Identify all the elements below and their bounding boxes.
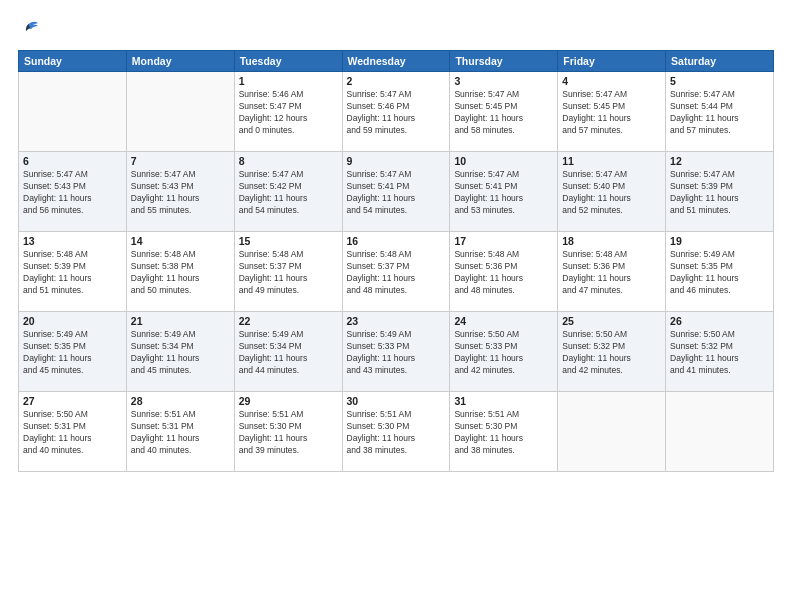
day-number: 6	[23, 155, 122, 167]
day-info: Sunrise: 5:49 AM Sunset: 5:34 PM Dayligh…	[239, 329, 338, 377]
calendar-cell: 30Sunrise: 5:51 AM Sunset: 5:30 PM Dayli…	[342, 392, 450, 472]
day-number: 22	[239, 315, 338, 327]
calendar-cell: 16Sunrise: 5:48 AM Sunset: 5:37 PM Dayli…	[342, 232, 450, 312]
day-number: 1	[239, 75, 338, 87]
weekday-header: Saturday	[666, 51, 774, 72]
weekday-header: Wednesday	[342, 51, 450, 72]
page: SundayMondayTuesdayWednesdayThursdayFrid…	[0, 0, 792, 612]
day-number: 31	[454, 395, 553, 407]
day-number: 29	[239, 395, 338, 407]
calendar-cell	[126, 72, 234, 152]
calendar-week-row: 6Sunrise: 5:47 AM Sunset: 5:43 PM Daylig…	[19, 152, 774, 232]
calendar-cell: 24Sunrise: 5:50 AM Sunset: 5:33 PM Dayli…	[450, 312, 558, 392]
day-info: Sunrise: 5:47 AM Sunset: 5:41 PM Dayligh…	[454, 169, 553, 217]
day-info: Sunrise: 5:47 AM Sunset: 5:45 PM Dayligh…	[562, 89, 661, 137]
logo	[18, 18, 44, 40]
day-info: Sunrise: 5:46 AM Sunset: 5:47 PM Dayligh…	[239, 89, 338, 137]
calendar-cell: 14Sunrise: 5:48 AM Sunset: 5:38 PM Dayli…	[126, 232, 234, 312]
day-info: Sunrise: 5:47 AM Sunset: 5:44 PM Dayligh…	[670, 89, 769, 137]
day-info: Sunrise: 5:50 AM Sunset: 5:31 PM Dayligh…	[23, 409, 122, 457]
day-info: Sunrise: 5:51 AM Sunset: 5:30 PM Dayligh…	[347, 409, 446, 457]
calendar-cell	[19, 72, 127, 152]
calendar-header-row: SundayMondayTuesdayWednesdayThursdayFrid…	[19, 51, 774, 72]
day-info: Sunrise: 5:47 AM Sunset: 5:39 PM Dayligh…	[670, 169, 769, 217]
day-number: 7	[131, 155, 230, 167]
calendar-cell: 28Sunrise: 5:51 AM Sunset: 5:31 PM Dayli…	[126, 392, 234, 472]
weekday-header: Friday	[558, 51, 666, 72]
calendar-cell: 20Sunrise: 5:49 AM Sunset: 5:35 PM Dayli…	[19, 312, 127, 392]
day-number: 9	[347, 155, 446, 167]
calendar-cell: 27Sunrise: 5:50 AM Sunset: 5:31 PM Dayli…	[19, 392, 127, 472]
day-info: Sunrise: 5:47 AM Sunset: 5:40 PM Dayligh…	[562, 169, 661, 217]
day-info: Sunrise: 5:47 AM Sunset: 5:46 PM Dayligh…	[347, 89, 446, 137]
calendar-cell: 13Sunrise: 5:48 AM Sunset: 5:39 PM Dayli…	[19, 232, 127, 312]
day-number: 21	[131, 315, 230, 327]
day-number: 3	[454, 75, 553, 87]
day-number: 10	[454, 155, 553, 167]
day-number: 19	[670, 235, 769, 247]
calendar-cell: 21Sunrise: 5:49 AM Sunset: 5:34 PM Dayli…	[126, 312, 234, 392]
calendar-cell: 19Sunrise: 5:49 AM Sunset: 5:35 PM Dayli…	[666, 232, 774, 312]
day-info: Sunrise: 5:49 AM Sunset: 5:33 PM Dayligh…	[347, 329, 446, 377]
calendar-cell: 23Sunrise: 5:49 AM Sunset: 5:33 PM Dayli…	[342, 312, 450, 392]
calendar-week-row: 13Sunrise: 5:48 AM Sunset: 5:39 PM Dayli…	[19, 232, 774, 312]
calendar-week-row: 27Sunrise: 5:50 AM Sunset: 5:31 PM Dayli…	[19, 392, 774, 472]
weekday-header: Sunday	[19, 51, 127, 72]
calendar-cell: 12Sunrise: 5:47 AM Sunset: 5:39 PM Dayli…	[666, 152, 774, 232]
calendar-week-row: 1Sunrise: 5:46 AM Sunset: 5:47 PM Daylig…	[19, 72, 774, 152]
calendar-cell: 3Sunrise: 5:47 AM Sunset: 5:45 PM Daylig…	[450, 72, 558, 152]
calendar-cell: 5Sunrise: 5:47 AM Sunset: 5:44 PM Daylig…	[666, 72, 774, 152]
calendar-cell: 10Sunrise: 5:47 AM Sunset: 5:41 PM Dayli…	[450, 152, 558, 232]
calendar-cell: 7Sunrise: 5:47 AM Sunset: 5:43 PM Daylig…	[126, 152, 234, 232]
calendar-cell: 29Sunrise: 5:51 AM Sunset: 5:30 PM Dayli…	[234, 392, 342, 472]
weekday-header: Thursday	[450, 51, 558, 72]
day-info: Sunrise: 5:47 AM Sunset: 5:41 PM Dayligh…	[347, 169, 446, 217]
day-number: 23	[347, 315, 446, 327]
day-number: 15	[239, 235, 338, 247]
day-info: Sunrise: 5:49 AM Sunset: 5:34 PM Dayligh…	[131, 329, 230, 377]
day-info: Sunrise: 5:47 AM Sunset: 5:45 PM Dayligh…	[454, 89, 553, 137]
day-number: 20	[23, 315, 122, 327]
day-info: Sunrise: 5:51 AM Sunset: 5:31 PM Dayligh…	[131, 409, 230, 457]
day-info: Sunrise: 5:48 AM Sunset: 5:37 PM Dayligh…	[239, 249, 338, 297]
day-info: Sunrise: 5:50 AM Sunset: 5:33 PM Dayligh…	[454, 329, 553, 377]
calendar-cell: 17Sunrise: 5:48 AM Sunset: 5:36 PM Dayli…	[450, 232, 558, 312]
calendar-cell: 6Sunrise: 5:47 AM Sunset: 5:43 PM Daylig…	[19, 152, 127, 232]
day-number: 25	[562, 315, 661, 327]
day-info: Sunrise: 5:48 AM Sunset: 5:36 PM Dayligh…	[562, 249, 661, 297]
day-number: 12	[670, 155, 769, 167]
day-info: Sunrise: 5:47 AM Sunset: 5:42 PM Dayligh…	[239, 169, 338, 217]
day-number: 24	[454, 315, 553, 327]
day-info: Sunrise: 5:48 AM Sunset: 5:37 PM Dayligh…	[347, 249, 446, 297]
day-number: 18	[562, 235, 661, 247]
calendar-cell	[666, 392, 774, 472]
day-number: 16	[347, 235, 446, 247]
calendar-cell: 1Sunrise: 5:46 AM Sunset: 5:47 PM Daylig…	[234, 72, 342, 152]
calendar-cell: 22Sunrise: 5:49 AM Sunset: 5:34 PM Dayli…	[234, 312, 342, 392]
day-info: Sunrise: 5:49 AM Sunset: 5:35 PM Dayligh…	[23, 329, 122, 377]
day-info: Sunrise: 5:47 AM Sunset: 5:43 PM Dayligh…	[23, 169, 122, 217]
day-number: 13	[23, 235, 122, 247]
day-number: 11	[562, 155, 661, 167]
header	[18, 18, 774, 40]
day-info: Sunrise: 5:48 AM Sunset: 5:38 PM Dayligh…	[131, 249, 230, 297]
calendar-cell: 4Sunrise: 5:47 AM Sunset: 5:45 PM Daylig…	[558, 72, 666, 152]
day-number: 5	[670, 75, 769, 87]
day-number: 26	[670, 315, 769, 327]
day-info: Sunrise: 5:47 AM Sunset: 5:43 PM Dayligh…	[131, 169, 230, 217]
day-info: Sunrise: 5:51 AM Sunset: 5:30 PM Dayligh…	[454, 409, 553, 457]
logo-icon	[18, 18, 40, 40]
weekday-header: Tuesday	[234, 51, 342, 72]
day-info: Sunrise: 5:51 AM Sunset: 5:30 PM Dayligh…	[239, 409, 338, 457]
day-number: 2	[347, 75, 446, 87]
calendar-cell: 15Sunrise: 5:48 AM Sunset: 5:37 PM Dayli…	[234, 232, 342, 312]
calendar-cell: 2Sunrise: 5:47 AM Sunset: 5:46 PM Daylig…	[342, 72, 450, 152]
calendar-cell: 31Sunrise: 5:51 AM Sunset: 5:30 PM Dayli…	[450, 392, 558, 472]
weekday-header: Monday	[126, 51, 234, 72]
day-info: Sunrise: 5:48 AM Sunset: 5:39 PM Dayligh…	[23, 249, 122, 297]
day-info: Sunrise: 5:49 AM Sunset: 5:35 PM Dayligh…	[670, 249, 769, 297]
day-number: 27	[23, 395, 122, 407]
day-number: 4	[562, 75, 661, 87]
calendar-cell	[558, 392, 666, 472]
day-number: 8	[239, 155, 338, 167]
